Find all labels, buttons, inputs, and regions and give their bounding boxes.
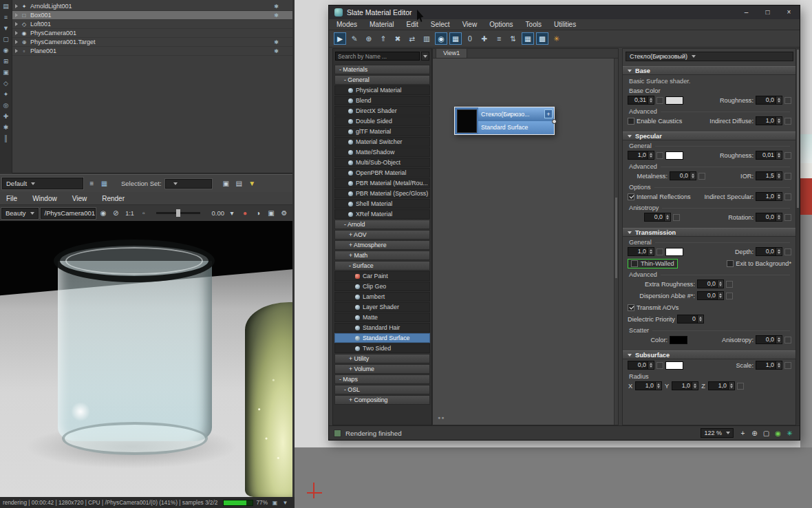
- browser-material-entry[interactable]: Lambert: [334, 292, 430, 301]
- spinner-arrows-icon[interactable]: [648, 96, 654, 104]
- node-output-socket[interactable]: [552, 119, 557, 124]
- spinner-arrows-icon[interactable]: [717, 292, 723, 299]
- indirect-specular-spinner[interactable]: 1,0: [756, 192, 782, 201]
- enable-caustics-checkbox[interactable]: [628, 118, 634, 125]
- layer-manager-icon[interactable]: ▦: [99, 178, 109, 189]
- max-menu-file[interactable]: File: [6, 195, 17, 202]
- base-roughness-spinner[interactable]: 0,0: [756, 96, 782, 105]
- animation-key-button[interactable]: [656, 152, 663, 159]
- specular-section-header[interactable]: Specular: [623, 131, 796, 140]
- render-flag-icon[interactable]: ✱: [274, 39, 279, 45]
- radius-x-spinner[interactable]: 1,0: [635, 381, 662, 390]
- specular-roughness-spinner[interactable]: 0,01: [756, 151, 782, 160]
- browser-material-entry[interactable]: Material Switcher: [334, 137, 430, 147]
- scrollbar-thumb[interactable]: [797, 50, 799, 208]
- browser-material-entry[interactable]: Matte/Shadow: [334, 147, 430, 157]
- dielectric-priority-spinner[interactable]: 0: [677, 315, 704, 324]
- filter-icon[interactable]: ▼: [1, 24, 11, 32]
- browser-material-entry[interactable]: PBR Material (Spec/Gloss): [334, 189, 430, 198]
- slate-menu-utilities[interactable]: Utilities: [548, 21, 582, 28]
- slate-menu-edit[interactable]: Edit: [400, 21, 425, 28]
- material-node[interactable]: Стекло(Бирюзо... + Standard Surface: [454, 107, 555, 135]
- expand-arrow-icon[interactable]: [15, 40, 18, 44]
- spinner-arrows-icon[interactable]: [776, 193, 782, 200]
- animation-key-button[interactable]: [737, 383, 744, 390]
- status-menu-icon[interactable]: ▼: [281, 500, 290, 506]
- outliner-row[interactable]: ⊕PhysCamera001.Target✱: [12, 38, 292, 47]
- nodeview-scrollbar[interactable]: [614, 59, 618, 425]
- slate-menu-options[interactable]: Options: [483, 21, 519, 28]
- channel-rgb-icon[interactable]: ●: [239, 208, 250, 219]
- browser-material-entry[interactable]: DirectX Shader: [334, 106, 430, 116]
- browser-material-entry[interactable]: Shell Material: [334, 199, 430, 209]
- animation-key-button[interactable]: [698, 173, 705, 180]
- search-input[interactable]: Search by Name ...: [335, 52, 420, 61]
- zoom-extents-selected-icon[interactable]: ✳: [784, 430, 795, 437]
- spinner-arrows-icon[interactable]: [776, 248, 782, 255]
- exposure-value[interactable]: 0.00: [207, 209, 224, 217]
- spinner-arrows-icon[interactable]: [776, 117, 782, 125]
- outliner-row[interactable]: ✦ArnoldLight001✱: [12, 2, 292, 11]
- animation-key-button[interactable]: [656, 362, 663, 369]
- spinner-arrows-icon[interactable]: [648, 151, 654, 159]
- material-preview-thumbnail[interactable]: [457, 109, 477, 133]
- expand-arrow-icon[interactable]: [15, 4, 18, 8]
- pan-tool-icon[interactable]: +: [738, 430, 748, 437]
- animation-key-button[interactable]: [784, 248, 791, 255]
- outliner-row[interactable]: ◇Loft001: [12, 20, 292, 29]
- spinner-arrows-icon[interactable]: [692, 382, 698, 390]
- browser-category[interactable]: + AOV: [334, 230, 430, 240]
- show-grid-icon[interactable]: ▩: [536, 32, 548, 45]
- specular-color-swatch[interactable]: [665, 151, 683, 160]
- renderview-image[interactable]: [0, 221, 292, 497]
- move-children-icon[interactable]: ⇄: [406, 32, 418, 45]
- spacewarps-filter-icon[interactable]: ✱: [1, 123, 11, 131]
- display-toggle-icon[interactable]: ▤: [1, 2, 11, 10]
- slate-menu-select[interactable]: Select: [425, 21, 456, 28]
- spinner-arrows-icon[interactable]: [776, 213, 782, 221]
- browser-category[interactable]: + Atmosphere: [334, 240, 430, 250]
- spinner-arrows-icon[interactable]: [776, 336, 782, 343]
- transmission-color-swatch[interactable]: [665, 248, 683, 256]
- node-view[interactable]: View1 Стекло(Бирюзо... + Standard Surfac…: [432, 48, 619, 425]
- slider-handle[interactable]: [176, 209, 180, 217]
- settings-gear-icon[interactable]: ⚙: [279, 208, 290, 219]
- close-button[interactable]: ×: [778, 6, 800, 19]
- scrollbar-thumb[interactable]: [615, 198, 617, 278]
- tab-view1[interactable]: View1: [436, 48, 467, 58]
- animation-key-button[interactable]: [784, 118, 791, 125]
- hierarchy-icon[interactable]: ⊞: [1, 57, 11, 65]
- zoom-extents-node-icon[interactable]: ▦: [522, 32, 534, 45]
- shapes-filter-icon[interactable]: ◇: [1, 79, 11, 87]
- aov-dropdown[interactable]: Beauty: [1, 208, 39, 219]
- layer-dropdown[interactable]: Default: [2, 178, 83, 189]
- subsurface-weight-spinner[interactable]: 0,0: [628, 361, 654, 370]
- cameras-filter-icon[interactable]: ◎: [1, 101, 11, 109]
- browser-category[interactable]: - Maps: [334, 374, 430, 384]
- edit-selection-set-icon[interactable]: ▤: [234, 178, 244, 189]
- browser-category[interactable]: - OSL: [334, 385, 430, 394]
- thin-walled-checkbox[interactable]: [631, 260, 638, 267]
- animation-key-button[interactable]: [784, 193, 791, 200]
- browser-material-entry[interactable]: PBR Material (Metal/Rou...: [334, 178, 430, 188]
- browser-material-entry[interactable]: glTF Material: [334, 127, 430, 136]
- base-weight-spinner[interactable]: 0,31: [628, 96, 654, 105]
- lock-selection-icon[interactable]: ◉: [1, 46, 11, 54]
- exit-to-background-checkbox[interactable]: [727, 260, 734, 267]
- internal-reflections-checkbox[interactable]: [628, 193, 634, 200]
- browser-material-entry[interactable]: Standard Surface: [334, 333, 430, 343]
- animation-key-button[interactable]: [673, 214, 680, 221]
- radius-z-spinner[interactable]: 1,0: [708, 381, 735, 390]
- browser-material-entry[interactable]: XRef Material: [334, 209, 430, 219]
- max-menu-render[interactable]: Render: [102, 195, 125, 202]
- animation-key-button[interactable]: [784, 173, 791, 180]
- filter-funnel-icon[interactable]: ▼: [247, 178, 257, 189]
- render-preview-icon[interactable]: ✳: [551, 32, 563, 45]
- animation-key-button[interactable]: [726, 293, 733, 299]
- slate-menu-material[interactable]: Material: [363, 21, 400, 28]
- radius-y-spinner[interactable]: 1,0: [672, 381, 698, 390]
- node-subtitle[interactable]: Standard Surface: [478, 121, 554, 134]
- browser-category[interactable]: - General: [334, 75, 430, 85]
- browser-material-entry[interactable]: Physical Material: [334, 85, 430, 95]
- scatter-anisotropy-spinner[interactable]: 0,0: [756, 335, 782, 344]
